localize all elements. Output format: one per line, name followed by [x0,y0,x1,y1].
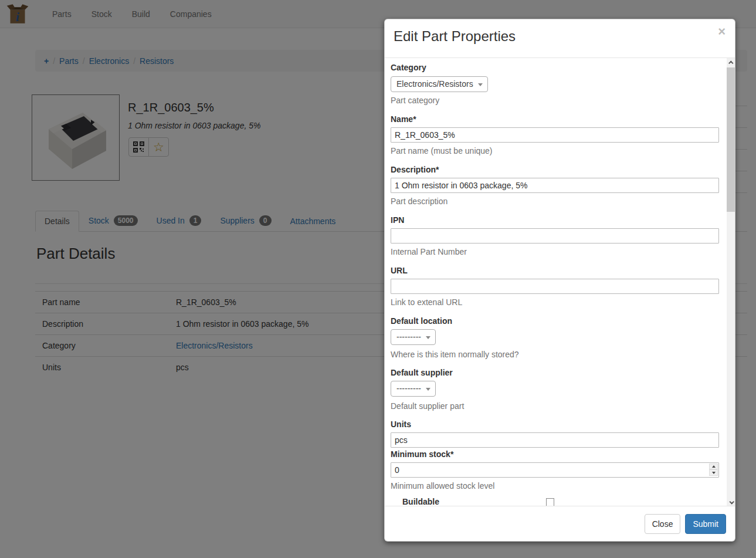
field-label: IPN [391,215,404,225]
default-location-dropdown[interactable]: --------- [391,329,436,345]
units-field[interactable] [391,432,719,448]
spinner-down-button[interactable] [709,469,718,476]
modal-header: Edit Part Properties × [385,19,735,58]
name-help-text: Part name (must be unique) [391,146,719,155]
ipn-help-text: Internal Part Number [391,247,719,256]
spinner-up-button[interactable] [709,464,718,470]
selected-value: --------- [396,332,421,341]
ipn-field-label: IPN [391,215,719,225]
triangle-down-icon [712,472,716,474]
modal-footer: Close Submit [385,506,735,541]
chevron-down-icon [478,83,483,86]
description-help-text: Part description [391,197,719,206]
field-label: Default location [391,316,452,326]
minimum-stock-field[interactable] [391,462,719,478]
description-field[interactable] [391,178,719,193]
units-field-label: Units [391,419,719,430]
category-field-label: Category [391,62,719,73]
close-icon[interactable]: × [718,25,726,38]
chevron-down-icon [426,388,430,391]
number-spinner [709,464,718,476]
description-field-label: Description* [391,164,719,175]
chevron-down-icon [729,499,734,504]
minimum-stock-field-label: Minimum stock* [391,449,719,459]
field-label: Default supplier [391,368,453,377]
selected-value: Electronics/Resistors [396,79,473,89]
field-label: Name* [391,114,416,124]
default-location-field-label: Default location [391,316,719,326]
field-label: Description* [391,165,439,174]
scroll-down-button[interactable] [727,498,735,506]
field-label: URL [391,266,408,275]
triangle-up-icon [712,465,716,468]
default-supplier-dropdown[interactable]: --------- [391,381,436,397]
modal-title: Edit Part Properties [394,28,516,45]
category-help-text: Part category [391,96,719,105]
url-field[interactable] [391,279,719,294]
minimum-stock-help-text: Minimum allowed stock level [391,481,719,491]
modal-scrollbar[interactable] [727,58,735,506]
chevron-up-icon [728,60,733,65]
field-label: Units [391,420,411,429]
url-field-label: URL [391,265,719,276]
buildable-checkbox[interactable] [546,498,554,506]
selected-value: --------- [396,384,421,393]
field-label: Category [391,63,426,72]
name-field[interactable] [391,127,719,143]
field-label: Minimum stock* [391,449,453,459]
close-button[interactable]: Close [645,514,681,534]
scroll-up-button[interactable] [727,58,735,67]
scrollbar-thumb[interactable] [727,67,735,212]
default-location-help-text: Where is this item normally stored? [391,350,719,359]
url-help-text: Link to extenal URL [391,297,719,307]
modal-body: Category Electronics/Resistors Part cate… [385,58,735,506]
ipn-field[interactable] [391,228,719,244]
category-select[interactable]: Electronics/Resistors [391,76,719,92]
edit-part-modal: Edit Part Properties × Category Electron… [384,19,735,542]
name-field-label: Name* [391,114,719,124]
default-supplier-help-text: Default supplier part [391,401,719,411]
page: i Parts Stock Build Companies + / Parts … [0,0,756,558]
default-supplier-field-label: Default supplier [391,367,719,378]
chevron-down-icon [426,336,430,339]
buildable-field-label: Buildable [402,497,439,506]
category-dropdown[interactable]: Electronics/Resistors [391,76,488,92]
submit-button[interactable]: Submit [685,514,726,534]
